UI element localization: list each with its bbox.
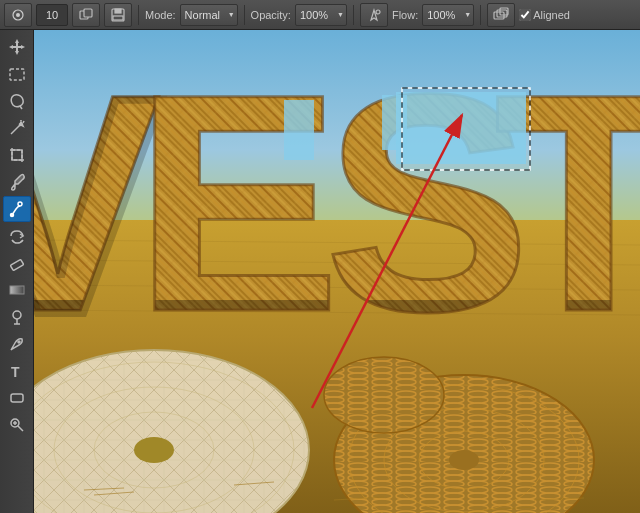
svg-rect-3 [84, 9, 92, 17]
sidebar-move-tool[interactable] [3, 34, 31, 60]
brush-size-input[interactable]: 10 [36, 4, 68, 26]
flow-select-wrap[interactable]: 100% [422, 4, 474, 26]
aligned-checkbox-wrap[interactable]: Aligned [519, 9, 570, 21]
svg-point-20 [13, 311, 21, 319]
sep-3 [353, 5, 354, 25]
svg-line-13 [23, 121, 24, 123]
brush-preset-button[interactable] [4, 3, 32, 27]
svg-rect-80 [396, 92, 526, 164]
sidebar-eraser-tool[interactable] [3, 250, 31, 276]
svg-text:T: T [494, 30, 640, 376]
sidebar-pen-tool[interactable] [3, 331, 31, 357]
svg-rect-23 [11, 394, 23, 402]
sep-4 [480, 5, 481, 25]
sep-2 [244, 5, 245, 25]
airbrush-toggle-button[interactable] [360, 3, 388, 27]
svg-rect-9 [497, 10, 507, 17]
sidebar-lasso-tool[interactable] [3, 88, 31, 114]
svg-point-86 [134, 437, 174, 463]
sidebar-shape-tool[interactable] [3, 385, 31, 411]
sidebar-clone-stamp-tool[interactable] [3, 196, 31, 222]
svg-line-12 [11, 126, 19, 134]
mode-label: Mode: [145, 9, 176, 21]
sidebar-magic-wand-tool[interactable] [3, 115, 31, 141]
svg-line-25 [18, 426, 23, 431]
mode-select-wrap[interactable]: Normal [180, 4, 238, 26]
sidebar-crop-tool[interactable] [3, 142, 31, 168]
svg-rect-11 [10, 69, 24, 80]
sidebar-eyedropper-tool[interactable] [3, 169, 31, 195]
svg-rect-5 [115, 9, 121, 13]
svg-rect-6 [113, 16, 123, 20]
brush-size-wrap: 10 [36, 4, 68, 26]
svg-point-7 [376, 10, 380, 14]
svg-point-92 [449, 450, 479, 470]
svg-rect-15 [12, 150, 22, 160]
opacity-select[interactable]: 100% [295, 4, 347, 26]
svg-text:T: T [11, 364, 20, 380]
svg-rect-19 [10, 286, 24, 294]
svg-point-21 [18, 341, 20, 343]
opacity-label: Opacity: [251, 9, 291, 21]
sidebar-zoom-tool[interactable] [3, 412, 31, 438]
svg-rect-18 [10, 259, 23, 270]
flow-select[interactable]: 100% [422, 4, 474, 26]
sidebar-dodge-tool[interactable] [3, 304, 31, 330]
aligned-checkbox[interactable] [519, 9, 531, 21]
sidebar-gradient-tool[interactable] [3, 277, 31, 303]
svg-point-17 [10, 214, 13, 217]
sidebar-text-tool[interactable]: T [3, 358, 31, 384]
flow-label: Flow: [392, 9, 418, 21]
mode-select[interactable]: Normal [180, 4, 238, 26]
save-source-button[interactable] [104, 3, 132, 27]
svg-text:E: E [134, 30, 336, 376]
toolbar: 10 Mode: Normal Opacity: 100% [0, 0, 640, 30]
aligned-label: Aligned [533, 9, 570, 21]
svg-point-1 [16, 13, 20, 17]
clone-source-button[interactable] [72, 3, 100, 27]
sample-layers-button[interactable] [487, 3, 515, 27]
canvas-scene: V E S T [34, 30, 640, 513]
sidebar: T [0, 30, 34, 513]
canvas-area[interactable]: V E S T [34, 30, 640, 513]
sidebar-history-brush-tool[interactable] [3, 223, 31, 249]
sidebar-marquee-tool[interactable] [3, 61, 31, 87]
opacity-select-wrap[interactable]: 100% [295, 4, 347, 26]
svg-rect-78 [284, 100, 314, 160]
sep-1 [138, 5, 139, 25]
